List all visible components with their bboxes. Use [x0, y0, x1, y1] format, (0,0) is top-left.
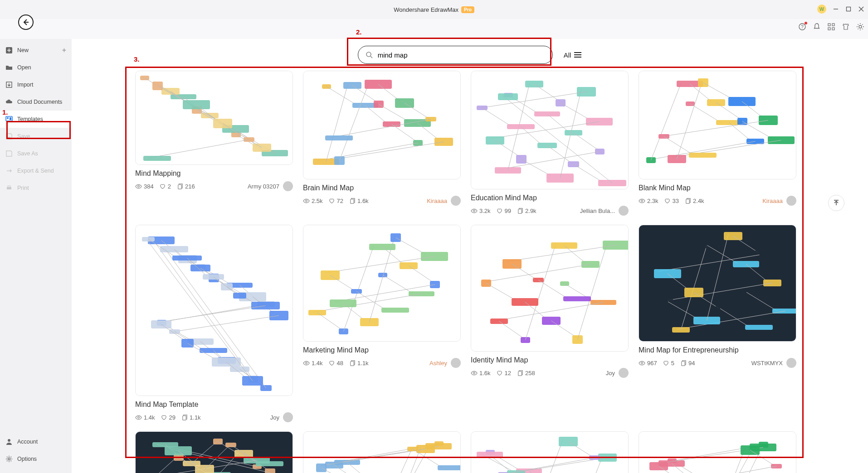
author-avatar	[283, 181, 293, 191]
views-stat: 1.4k	[303, 360, 323, 367]
sidebar-item-export: Export & Send	[0, 162, 72, 179]
minimize-button[interactable]	[833, 6, 839, 12]
help-icon[interactable]: ?	[798, 23, 806, 31]
template-author[interactable]: Army 03207	[248, 181, 293, 191]
template-thumbnail[interactable]	[639, 71, 796, 179]
scroll-top-button[interactable]	[828, 195, 844, 211]
template-card[interactable]: Education Mind Map 3.2k 99 2.9k Jellian …	[471, 71, 629, 216]
template-card[interactable]	[471, 431, 629, 473]
svg-rect-321	[265, 468, 275, 473]
sidebar-item-cloud[interactable]: Cloud Documents	[0, 93, 72, 111]
copies-stat: 1.1k	[349, 360, 369, 367]
svg-rect-55	[178, 184, 182, 188]
template-card[interactable]: Blank Mind Map 2.3k 33 2.4k Kiraaaa	[639, 71, 796, 206]
svg-point-19	[8, 439, 10, 442]
svg-rect-18	[8, 186, 10, 187]
template-title: Education Mind Map	[471, 194, 629, 202]
template-card[interactable]	[135, 431, 293, 473]
svg-rect-271	[518, 371, 522, 375]
saveas-icon	[5, 150, 13, 157]
likes-stat: 33	[664, 198, 679, 204]
likes-stat: 12	[496, 370, 511, 376]
add-icon[interactable]: +	[62, 46, 66, 54]
filter-all[interactable]: All	[564, 51, 582, 59]
sidebar-item-options[interactable]: Options	[0, 450, 72, 468]
template-thumbnail[interactable]	[471, 431, 629, 473]
user-avatar[interactable]: W	[817, 5, 826, 14]
template-card[interactable]	[303, 431, 461, 473]
likes-stat: 48	[328, 360, 343, 367]
sidebar-item-new[interactable]: New +	[0, 42, 72, 59]
folder-icon	[5, 64, 13, 71]
template-author[interactable]: Joy	[606, 368, 629, 378]
sidebar-item-templates[interactable]: Templates	[0, 111, 72, 128]
author-avatar	[451, 358, 461, 368]
views-stat: 967	[639, 360, 657, 367]
gear-icon	[5, 455, 13, 463]
close-button[interactable]	[858, 6, 864, 12]
maximize-button[interactable]	[845, 6, 852, 12]
template-meta: 2.3k 33 2.4k Kiraaaa	[639, 196, 796, 206]
template-meta: 3.2k 99 2.9k Jellian Bula...	[471, 206, 629, 216]
copies-stat: 94	[680, 360, 695, 367]
template-thumbnail[interactable]	[471, 71, 629, 189]
search-input[interactable]	[378, 51, 545, 59]
template-thumbnail[interactable]	[135, 71, 293, 165]
grid-icon[interactable]	[827, 23, 835, 31]
svg-rect-1	[847, 7, 851, 11]
svg-rect-124	[639, 71, 796, 179]
template-thumbnail[interactable]	[135, 225, 293, 396]
export-icon	[5, 167, 13, 174]
main-area: All Mind Mapping 384 2 216 Army 03207 Br…	[72, 39, 868, 473]
back-button[interactable]	[18, 14, 34, 30]
template-card[interactable]: Marketing Mind Map 1.4k 48 1.1k Ashley	[303, 225, 461, 368]
template-author[interactable]: Joy	[270, 412, 293, 422]
sidebar-label: Save	[17, 133, 30, 140]
template-author[interactable]: Kiraaaa	[762, 196, 796, 206]
template-meta: 1.6k 12 258 Joy	[471, 368, 629, 378]
template-thumbnail[interactable]	[135, 431, 293, 473]
results-scroll[interactable]: Mind Mapping 384 2 216 Army 03207 Brain …	[72, 71, 868, 473]
template-thumbnail[interactable]	[639, 431, 796, 473]
gear-icon[interactable]	[856, 23, 864, 31]
svg-rect-241	[351, 361, 354, 365]
author-avatar	[619, 206, 629, 216]
template-author[interactable]: Kiraaaa	[427, 196, 461, 206]
svg-rect-8	[828, 28, 830, 30]
svg-rect-9	[832, 28, 834, 30]
search-box[interactable]	[358, 46, 553, 64]
svg-rect-269	[563, 296, 591, 301]
svg-rect-17	[7, 187, 11, 189]
template-thumbnail[interactable]	[639, 225, 796, 342]
sidebar-item-import[interactable]: Import	[0, 76, 72, 93]
template-author[interactable]: Jellian Bula...	[580, 206, 629, 216]
copies-stat: 258	[517, 370, 535, 376]
shirt-icon[interactable]	[842, 23, 850, 31]
template-thumbnail[interactable]	[303, 431, 461, 473]
views-stat: 2.3k	[639, 198, 658, 204]
template-title: Identity Mind Map	[471, 356, 629, 364]
sidebar-item-open[interactable]: Open	[0, 59, 72, 76]
template-card[interactable]: Mind Map Template 1.4k 29 1.1k Joy	[135, 225, 293, 422]
sidebar-label: Save As	[17, 150, 38, 157]
template-author[interactable]: WSTtKMYX	[751, 358, 796, 368]
sidebar-item-account[interactable]: Account	[0, 433, 72, 450]
views-stat: 3.2k	[471, 208, 491, 214]
bell-icon[interactable]	[813, 23, 821, 31]
sidebar-item-saveas: Save As	[0, 145, 72, 162]
svg-rect-6	[828, 24, 830, 26]
template-author[interactable]: Ashley	[429, 358, 461, 368]
template-card[interactable]	[639, 431, 796, 473]
template-thumbnail[interactable]	[471, 225, 629, 352]
templates-icon	[5, 116, 13, 123]
template-card[interactable]: Mind Map for Entrepreneurship 967 5 94 W…	[639, 225, 796, 368]
sidebar-label: Open	[17, 64, 31, 71]
svg-rect-7	[832, 24, 834, 26]
template-card[interactable]: Mind Mapping 384 2 216 Army 03207	[135, 71, 293, 191]
template-thumbnail[interactable]	[303, 71, 461, 179]
template-card[interactable]: Brain Mind Map 2.5k 72 1.6k Kiraaaa	[303, 71, 461, 206]
template-thumbnail[interactable]	[303, 225, 461, 342]
template-card[interactable]: Identity Mind Map 1.6k 12 258 Joy	[471, 225, 629, 378]
back-arrow-icon	[22, 18, 30, 26]
svg-point-270	[473, 372, 475, 374]
